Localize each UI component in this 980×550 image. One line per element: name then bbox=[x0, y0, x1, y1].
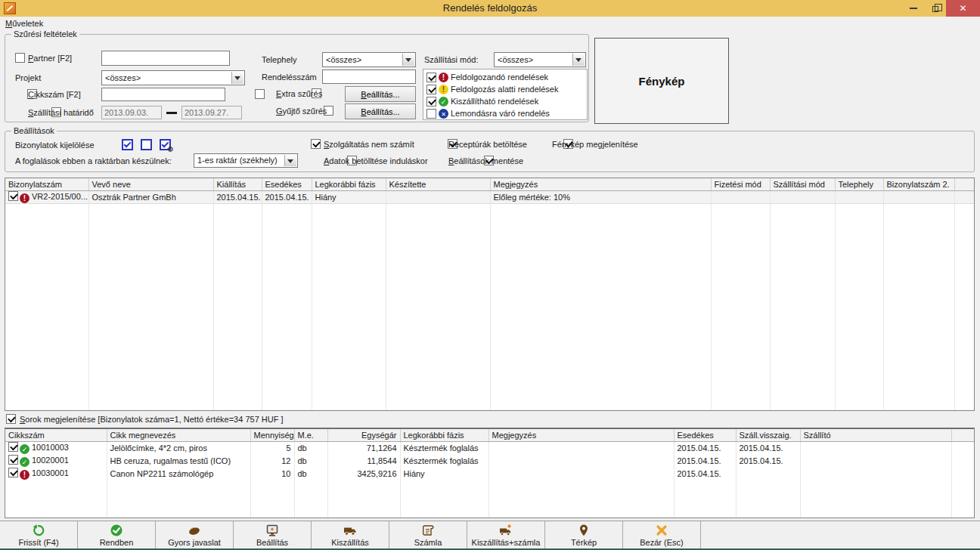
items-row[interactable]: 10010003 Jelölőcímke, 4*2 cm, piros 5 db… bbox=[5, 441, 975, 454]
recepturak-label[interactable]: Receptúrák betöltése bbox=[448, 140, 527, 149]
cell-megjegyzes[interactable] bbox=[488, 454, 674, 467]
row-checkbox[interactable] bbox=[8, 442, 18, 452]
toolbar-kiszallitas-szamla-button[interactable]: Kiszállítás+számla bbox=[467, 521, 545, 548]
state-label[interactable]: Feldolgozandó rendelések bbox=[451, 73, 548, 82]
cell-szallito[interactable] bbox=[800, 441, 951, 454]
select-all-icon[interactable] bbox=[122, 139, 133, 150]
partner-input[interactable] bbox=[101, 51, 230, 66]
cell-mennyiseg[interactable]: 12 bbox=[250, 454, 294, 467]
cell-egysegar[interactable]: 11,8544 bbox=[327, 454, 400, 467]
chevron-down-icon[interactable] bbox=[284, 155, 296, 166]
cell-megnevezes[interactable]: Canon NP2211 számológép bbox=[107, 467, 250, 480]
beallitasok-mentese-label[interactable]: Beállítások mentése bbox=[448, 156, 523, 165]
cell-visszaig[interactable] bbox=[736, 467, 800, 480]
cell-cikkszam[interactable]: 10020001 bbox=[5, 454, 107, 467]
hatarido-label[interactable]: Szállítási határidő bbox=[28, 108, 94, 117]
cell-me[interactable]: db bbox=[294, 454, 327, 467]
cell-szallitasi-mod[interactable] bbox=[770, 190, 835, 203]
row-checkbox[interactable] bbox=[8, 468, 18, 477]
toolbar-bezar-button[interactable]: Bezár (Esc) bbox=[623, 521, 701, 548]
orders-col-fizetesi-mod[interactable]: Fizetési mód bbox=[711, 178, 770, 190]
cell-visszaig[interactable]: 2015.04.15. bbox=[736, 454, 800, 467]
items-col-szallito[interactable]: Szállító bbox=[800, 429, 951, 441]
cell-megjegyzes[interactable]: Előleg mértéke: 10% bbox=[490, 190, 711, 203]
szolgaltatas-label[interactable]: Szolgáltatás nem számít bbox=[324, 140, 414, 149]
cell-megjegyzes[interactable] bbox=[488, 441, 674, 454]
cell-me[interactable]: db bbox=[294, 467, 327, 480]
cell-cikkszam[interactable]: 10010003 bbox=[5, 441, 107, 454]
toolbar-terkep-button[interactable]: Térkép bbox=[545, 521, 623, 548]
cell-esedekes[interactable]: 2015.04.15. bbox=[262, 190, 312, 203]
state-checkbox[interactable] bbox=[426, 85, 436, 94]
items-col-mennyiseg[interactable]: Mennyiség bbox=[250, 429, 294, 441]
toolbar-rendben-button[interactable]: Rendben bbox=[78, 521, 156, 548]
items-col-megjegyzes[interactable]: Megjegyzés bbox=[488, 429, 674, 441]
fenykep-megjelenites-label[interactable]: Fénykép megjelenítése bbox=[552, 140, 638, 149]
cell-fizetesi-mod[interactable] bbox=[711, 190, 770, 203]
hatarido-to-input[interactable] bbox=[181, 106, 242, 119]
select-none-icon[interactable] bbox=[141, 139, 152, 150]
cell-megnevezes[interactable]: Jelölőcímke, 4*2 cm, piros bbox=[107, 441, 250, 454]
cell-bizonylatszam[interactable]: VR2-2015/00... bbox=[5, 190, 88, 203]
orders-col-bizonylatszam[interactable]: Bizonylatszám bbox=[5, 178, 88, 190]
orders-col-bizonylatszam2[interactable]: Bizonylatszám 2. bbox=[883, 178, 954, 190]
orders-col-vevo-neve[interactable]: Vevő neve bbox=[88, 178, 213, 190]
telephely-dropdown[interactable]: <összes> bbox=[322, 52, 416, 67]
partner-checkbox[interactable] bbox=[15, 53, 25, 63]
items-col-visszaig[interactable]: Száll.visszaig. bbox=[736, 429, 800, 441]
cikkszam-label[interactable]: Cikkszám [F2] bbox=[28, 90, 81, 99]
sorok-megjelenitese-label[interactable]: Sorok megjelenítése [Bizonylatok száma=1… bbox=[20, 415, 284, 424]
szolgaltatas-checkbox[interactable] bbox=[311, 139, 321, 149]
state-checkbox[interactable] bbox=[426, 109, 436, 119]
items-col-megnevezes[interactable]: Cikk megnevezés bbox=[107, 429, 250, 441]
cell-mennyiseg[interactable]: 10 bbox=[250, 467, 294, 480]
items-col-egysegar[interactable]: Egységár bbox=[327, 429, 400, 441]
cikkszam-input[interactable] bbox=[101, 88, 225, 101]
hatarido-from-input[interactable] bbox=[101, 106, 162, 119]
cell-esedekes[interactable]: 2015.04.15. bbox=[674, 467, 736, 480]
cell-egysegar[interactable]: 3425,9216 bbox=[327, 467, 400, 480]
orders-col-keszitette[interactable]: Készítette bbox=[386, 178, 490, 190]
row-checkbox[interactable] bbox=[8, 191, 18, 201]
cell-megjegyzes[interactable] bbox=[488, 467, 674, 480]
raktar-dropdown[interactable]: 1-es raktár (székhely) bbox=[194, 153, 298, 168]
projekt-dropdown[interactable]: <összes> bbox=[101, 70, 245, 85]
orders-col-esedekes[interactable]: Esedékes bbox=[262, 178, 312, 190]
rendelesszam-input[interactable] bbox=[322, 70, 416, 84]
gyujto-beallitas-button[interactable]: Beállítás... bbox=[345, 104, 416, 119]
cell-cikkszam[interactable]: 10030001 bbox=[5, 467, 107, 480]
szallitasi-mod-dropdown[interactable]: <összes> bbox=[494, 52, 586, 67]
state-checkbox[interactable] bbox=[426, 97, 436, 107]
chevron-down-icon[interactable] bbox=[572, 54, 585, 66]
orders-row[interactable]: VR2-2015/00... Osztrák Partner GmBh 2015… bbox=[5, 190, 975, 203]
chevron-down-icon[interactable] bbox=[231, 72, 243, 84]
cell-me[interactable]: db bbox=[294, 441, 327, 454]
cikkszam-extra-checkbox[interactable] bbox=[255, 89, 265, 99]
orders-col-legkorabbi-fazis[interactable]: Legkorábbi fázis bbox=[312, 178, 386, 190]
chevron-down-icon[interactable] bbox=[402, 54, 414, 66]
restore-button[interactable] bbox=[924, 0, 946, 17]
orders-col-telephely[interactable]: Telephely bbox=[835, 178, 883, 190]
partner-label[interactable]: Partner [F2] bbox=[28, 54, 72, 63]
items-col-legkorabbi-fazis[interactable]: Legkorábbi fázis bbox=[400, 429, 488, 441]
toolbar-frissit-button[interactable]: Frissít (F4) bbox=[0, 521, 78, 548]
state-checkbox[interactable] bbox=[426, 73, 436, 82]
cell-egysegar[interactable]: 71,1264 bbox=[327, 441, 400, 454]
cell-esedekes[interactable]: 2015.04.15. bbox=[674, 454, 736, 467]
select-invert-icon[interactable] bbox=[160, 139, 171, 150]
orders-col-szallitasi-mod[interactable]: Szállítási mód bbox=[770, 178, 835, 190]
items-col-me[interactable]: M.e. bbox=[294, 429, 327, 441]
cell-mennyiseg[interactable]: 5 bbox=[250, 441, 294, 454]
extra-beallitas-button[interactable]: Beállítás... bbox=[345, 86, 416, 102]
cell-fazis[interactable]: Késztermék foglalás bbox=[400, 441, 488, 454]
close-button[interactable]: ✕ bbox=[946, 0, 980, 17]
items-row[interactable]: 10030001 Canon NP2211 számológép 10 db 3… bbox=[5, 467, 975, 480]
row-checkbox[interactable] bbox=[8, 455, 18, 465]
cell-vevo-neve[interactable]: Osztrák Partner GmBh bbox=[88, 190, 213, 203]
orders-col-kiallitas[interactable]: Kiállítás bbox=[213, 178, 262, 190]
items-row[interactable]: 10020001 HB ceruza, rugalmas testű (ICO)… bbox=[5, 454, 975, 467]
menu-muveletek[interactable]: Műveletek bbox=[5, 19, 43, 28]
cell-visszaig[interactable]: 2015.04.15. bbox=[736, 441, 800, 454]
cell-esedekes[interactable]: 2015.04.15. bbox=[674, 441, 736, 454]
items-col-esedekes[interactable]: Esedékes bbox=[674, 429, 736, 441]
